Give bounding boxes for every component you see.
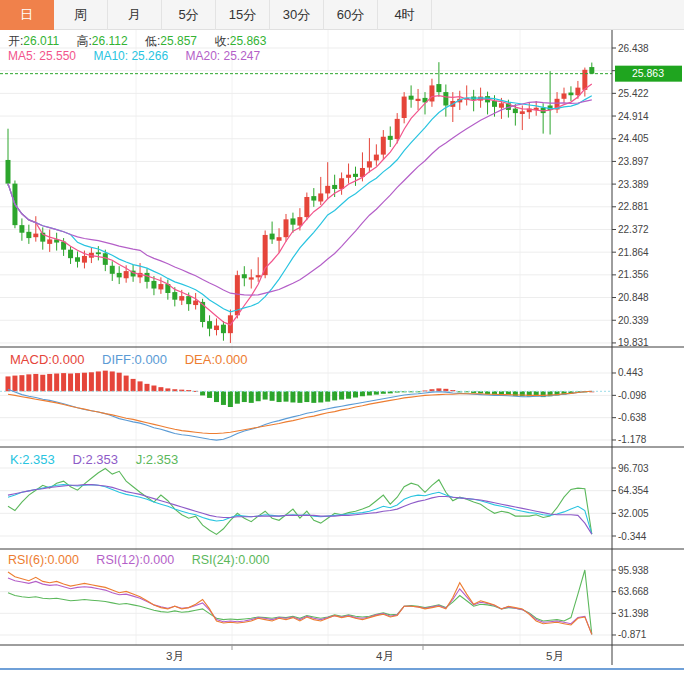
svg-text:21.356: 21.356 (618, 269, 649, 280)
svg-text:21.864: 21.864 (618, 247, 649, 258)
svg-text:63.668: 63.668 (618, 586, 649, 597)
svg-text:24.405: 24.405 (618, 133, 649, 144)
svg-text:23.897: 23.897 (618, 156, 649, 167)
svg-text:24.914: 24.914 (618, 111, 649, 122)
candlestick-series (6, 62, 595, 343)
ma5-line (8, 84, 592, 325)
svg-text:23.389: 23.389 (618, 179, 649, 190)
ohlc-readout: 开:26.011 高:26.112 低:25.857 收:25.863 (8, 33, 280, 50)
svg-text:32.005: 32.005 (618, 508, 649, 519)
svg-text:0.443: 0.443 (618, 367, 643, 378)
svg-text:22.372: 22.372 (618, 224, 649, 235)
svg-text:22.881: 22.881 (618, 201, 649, 212)
j-value: J:2.353 (136, 452, 179, 467)
close-value: 25.863 (230, 34, 267, 48)
macd-value: MACD:0.000 (10, 352, 84, 367)
rsi6-line (8, 572, 592, 634)
svg-text:25.863: 25.863 (632, 67, 664, 79)
close-label: 收: (214, 34, 229, 48)
chart-canvas[interactable]: 26.43825.42224.91424.40523.89723.38922.8… (0, 0, 684, 673)
svg-text:19.831: 19.831 (618, 337, 649, 348)
current-price-badge: 25.863 (615, 66, 682, 82)
j-line (8, 469, 592, 535)
d-value: D:2.353 (72, 452, 118, 467)
kdj-readout: K:2.353 D:2.353 J:2.353 (10, 452, 192, 467)
low-value: 25.857 (160, 34, 197, 48)
macd-readout: MACD:0.000 DIFF:0.000 DEA:0.000 (10, 352, 262, 367)
y-axis-labels: 26.43825.42224.91424.40523.89723.38922.8… (612, 43, 649, 641)
k-value: K:2.353 (10, 452, 55, 467)
k-line (8, 485, 592, 534)
ma10-value: MA10: 25.266 (93, 49, 168, 63)
svg-text:-1.178: -1.178 (618, 434, 647, 445)
svg-text:-0.344: -0.344 (618, 531, 647, 542)
svg-text:20.339: 20.339 (618, 315, 649, 326)
svg-text:-0.871: -0.871 (618, 629, 647, 640)
svg-text:5月: 5月 (546, 650, 564, 662)
stock-chart-app: { "tabs": { "items": [ {"label": "日", "a… (0, 0, 684, 673)
dea-value: DEA:0.000 (185, 352, 248, 367)
macd-histogram (6, 371, 595, 407)
high-label: 高: (77, 34, 92, 48)
diff-value: DIFF:0.000 (102, 352, 167, 367)
svg-text:31.398: 31.398 (618, 608, 649, 619)
svg-text:3月: 3月 (166, 650, 184, 662)
svg-text:4月: 4月 (376, 650, 394, 662)
svg-text:20.848: 20.848 (618, 292, 649, 303)
ma20-line (8, 100, 592, 295)
high-value: 26.112 (92, 34, 128, 48)
rsi-readout: RSI(6):0.000 RSI(12):0.000 RSI(24):0.000 (8, 553, 284, 567)
low-label: 低: (145, 34, 160, 48)
svg-text:64.354: 64.354 (618, 485, 649, 496)
svg-text:25.422: 25.422 (618, 88, 649, 99)
x-axis-labels: 3月4月5月 (166, 645, 564, 662)
svg-text:95.938: 95.938 (618, 565, 649, 576)
rsi24-value: RSI(24):0.000 (192, 553, 270, 567)
rsi6-value: RSI(6):0.000 (8, 553, 79, 567)
rsi12-value: RSI(12):0.000 (96, 553, 174, 567)
svg-text:-0.098: -0.098 (618, 390, 647, 401)
d-line (8, 485, 592, 534)
ma5-value: MA5: 25.550 (8, 49, 76, 63)
rsi12-line (8, 578, 592, 634)
open-label: 开: (8, 34, 23, 48)
rsi24-line (8, 570, 592, 634)
svg-text:26.438: 26.438 (618, 43, 649, 54)
svg-text:-0.638: -0.638 (618, 412, 647, 423)
open-value: 26.011 (23, 34, 59, 48)
ma-readout: MA5: 25.550 MA10: 25.266 MA20: 25.247 (8, 49, 274, 63)
svg-text:96.703: 96.703 (618, 463, 649, 474)
ma20-value: MA20: 25.247 (185, 49, 260, 63)
